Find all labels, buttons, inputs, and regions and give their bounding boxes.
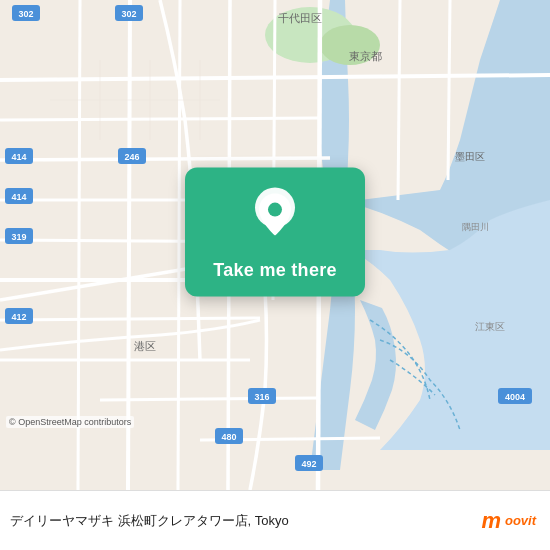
moovit-m-icon: m (481, 508, 501, 534)
svg-text:246: 246 (124, 152, 139, 162)
map-container[interactable]: 302 302 414 414 246 319 412 316 480 492 … (0, 0, 550, 490)
overlay-card: Take me there (185, 168, 365, 297)
svg-text:302: 302 (121, 9, 136, 19)
map-attribution: © OpenStreetMap contributors (6, 416, 134, 428)
svg-text:隅田川: 隅田川 (462, 222, 489, 232)
svg-line-20 (448, 0, 450, 180)
svg-text:江東区: 江東区 (475, 321, 505, 332)
svg-text:316: 316 (254, 392, 269, 402)
svg-point-54 (268, 203, 282, 217)
location-pin-icon (250, 186, 300, 250)
svg-line-15 (178, 0, 180, 490)
svg-line-4 (0, 118, 320, 120)
svg-line-11 (100, 398, 320, 400)
svg-text:414: 414 (11, 192, 26, 202)
moovit-wordmark: oovit (505, 513, 536, 528)
svg-text:412: 412 (11, 312, 26, 322)
svg-line-19 (398, 0, 400, 200)
take-me-there-button[interactable]: Take me there (213, 260, 337, 281)
svg-text:480: 480 (221, 432, 236, 442)
svg-text:4004: 4004 (505, 392, 525, 402)
svg-text:319: 319 (11, 232, 26, 242)
destination-label: デイリーヤマザキ 浜松町クレアタワー店, Tokyo (10, 512, 481, 530)
svg-text:414: 414 (11, 152, 26, 162)
svg-text:港区: 港区 (134, 340, 156, 352)
svg-text:東京都: 東京都 (349, 50, 382, 62)
moovit-logo: m oovit (481, 508, 536, 534)
svg-text:墨田区: 墨田区 (455, 151, 485, 162)
svg-text:千代田区: 千代田区 (278, 12, 322, 24)
svg-text:492: 492 (301, 459, 316, 469)
svg-text:302: 302 (18, 9, 33, 19)
bottom-bar: デイリーヤマザキ 浜松町クレアタワー店, Tokyo m oovit (0, 490, 550, 550)
svg-line-5 (0, 158, 330, 160)
